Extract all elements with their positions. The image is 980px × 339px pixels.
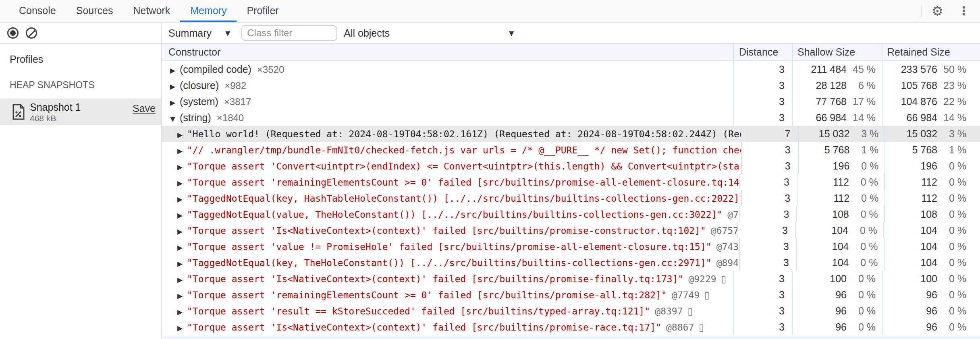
- distance-cell: 3: [734, 61, 793, 77]
- object-scope-value: All objects: [344, 27, 390, 39]
- constructor-cell[interactable]: ▶(closure)×982: [162, 77, 734, 93]
- retained-size-value: 112: [885, 174, 937, 190]
- shallow-size-cell: 1040 %: [797, 254, 885, 271]
- constructor-cell[interactable]: ▶"Torque assert 'Convert<uintptr>(endInd…: [162, 158, 742, 174]
- object-scope-select[interactable]: All objects ▼: [344, 27, 514, 39]
- settings-gear-icon[interactable]: ⚙: [931, 4, 943, 18]
- heap-grid-row[interactable]: ▶"Torque assert 'remainingElementsCount …: [162, 174, 980, 190]
- save-snapshot-link[interactable]: Save: [133, 103, 156, 114]
- heap-grid-row[interactable]: ▶"Torque assert 'Is<NativeContext>(conte…: [162, 222, 980, 238]
- disclosure-triangle-icon[interactable]: ▶: [177, 191, 187, 206]
- retained-size-percent: 3 %: [937, 126, 966, 142]
- tab-network[interactable]: Network: [123, 0, 180, 22]
- constructor-cell[interactable]: ▶"Hello world! (Requested at: 2024-08-19…: [162, 126, 742, 142]
- retained-size-cell: 1080 %: [885, 206, 980, 222]
- heap-grid-row[interactable]: ▶"Hello world! (Requested at: 2024-08-19…: [162, 126, 980, 142]
- disclosure-triangle-icon[interactable]: ▶: [177, 143, 187, 158]
- shallow-size-value: 108: [797, 206, 849, 222]
- heap-grid-row[interactable]: ▶"TaggedNotEqual(key, HashTableHoleConst…: [162, 190, 980, 206]
- box-glyph-icon: ▯: [704, 290, 710, 300]
- chevron-down-icon: ▼: [509, 29, 514, 37]
- disclosure-triangle-icon[interactable]: ▶: [177, 272, 187, 287]
- more-options-icon[interactable]: ⋮: [958, 5, 970, 17]
- heap-grid-row[interactable]: ▶"Torque assert 'Is<NativeContext>(conte…: [162, 319, 980, 335]
- constructor-name: "TaggedNotEqual(value, TheHoleConstant()…: [187, 209, 723, 220]
- heap-grid-row[interactable]: ▶"TaggedNotEqual(key, TheHoleConstant())…: [162, 254, 980, 271]
- disclosure-triangle-icon[interactable]: ▶: [177, 127, 187, 142]
- perspective-value: Summary: [168, 27, 212, 39]
- disclosure-triangle-icon[interactable]: ▶: [170, 95, 180, 110]
- retained-size-value: 66 984: [882, 110, 937, 126]
- column-header-constructor[interactable]: Constructor: [162, 44, 734, 60]
- snapshot-title: Snapshot 1: [30, 101, 81, 113]
- disclosure-triangle-icon[interactable]: ▶: [177, 223, 187, 238]
- heap-grid-row[interactable]: ▶(closure)×982 3 28 1286 % 105 76823 %: [162, 77, 980, 93]
- heap-grid-row[interactable]: ▶(system)×3817 3 77 76817 % 104 87622 %: [162, 93, 980, 110]
- shallow-size-cell: 1120 %: [798, 190, 885, 206]
- shallow-size-value: 66 984: [793, 110, 847, 126]
- heap-grid-row[interactable]: ▶(compiled code)×3520 3 211 48445 % 233 …: [162, 61, 980, 77]
- retained-size-percent: 0 %: [937, 319, 966, 335]
- disclosure-triangle-icon[interactable]: ▶: [177, 288, 187, 303]
- heap-grid-row[interactable]: ▶"Torque assert 'value != PromiseHole' f…: [162, 238, 980, 254]
- object-id: @8945: [716, 258, 740, 268]
- snapshot-list-item[interactable]: Snapshot 1 468 kB Save: [0, 99, 161, 125]
- tab-profiler[interactable]: Profiler: [237, 0, 289, 22]
- constructor-name: "Torque assert 'Convert<uintptr>(endInde…: [187, 161, 742, 172]
- class-filter-input[interactable]: [241, 25, 337, 41]
- constructor-name: "Torque assert 'value != PromiseHole' fa…: [187, 242, 712, 252]
- disclosure-triangle-icon[interactable]: ▼: [170, 111, 180, 126]
- retained-size-cell: 104 87622 %: [882, 93, 980, 110]
- constructor-cell[interactable]: ▶"Torque assert 'value != PromiseHole' f…: [162, 238, 740, 254]
- heap-grid-row[interactable]: ▶"Torque assert 'Is<NativeContext>(conte…: [162, 271, 980, 287]
- constructor-cell[interactable]: ▶(compiled code)×3520: [162, 61, 734, 77]
- snapshot-size: 468 kB: [30, 114, 56, 123]
- constructor-name: (closure): [180, 80, 219, 91]
- disclosure-triangle-icon[interactable]: ▶: [170, 79, 180, 93]
- shallow-size-value: 100: [793, 271, 847, 287]
- disclosure-triangle-icon[interactable]: ▶: [177, 175, 187, 190]
- shallow-size-percent: 0 %: [847, 319, 876, 335]
- shallow-size-percent: 0 %: [849, 174, 878, 190]
- constructor-cell[interactable]: ▶"TaggedNotEqual(key, HashTableHoleConst…: [162, 190, 742, 206]
- disclosure-triangle-icon[interactable]: ▶: [177, 256, 187, 271]
- retained-size-value: 5 768: [885, 142, 937, 158]
- disclosure-triangle-icon[interactable]: ▶: [177, 320, 187, 335]
- constructor-cell[interactable]: ▶"Torque assert 'Is<NativeContext>(conte…: [162, 271, 734, 287]
- constructor-cell[interactable]: ▶"TaggedNotEqual(key, TheHoleConstant())…: [162, 254, 740, 271]
- tab-memory[interactable]: Memory: [180, 0, 237, 22]
- constructor-cell[interactable]: ▶"Torque assert 'remainingElementsCount …: [162, 287, 734, 303]
- constructor-cell[interactable]: ▶(system)×3817: [162, 93, 734, 110]
- constructor-cell[interactable]: ▶"Torque assert 'remainingElementsCount …: [162, 174, 740, 190]
- constructor-cell[interactable]: ▶"Torque assert 'Is<NativeContext>(conte…: [162, 222, 738, 238]
- heap-grid-row[interactable]: ▶"Torque assert 'result == kStoreSuccede…: [162, 303, 980, 319]
- disclosure-triangle-icon[interactable]: ▶: [170, 62, 180, 77]
- constructor-cell[interactable]: ▶"TaggedNotEqual(value, TheHoleConstant(…: [162, 206, 740, 222]
- heap-grid-row[interactable]: ▶"Torque assert 'Convert<uintptr>(endInd…: [162, 158, 980, 174]
- constructor-cell[interactable]: ▼(string)×1840: [162, 110, 734, 126]
- column-header-shallow-size[interactable]: Shallow Size: [793, 44, 882, 60]
- heap-grid-row[interactable]: ▶"Torque assert 'remainingElementsCount …: [162, 287, 980, 303]
- tab-console[interactable]: Console: [9, 0, 66, 22]
- heap-grid-row[interactable]: ▶"TaggedNotEqual(value, TheHoleConstant(…: [162, 206, 980, 222]
- perspective-select[interactable]: Summary ▼: [168, 27, 230, 39]
- column-header-distance[interactable]: Distance: [734, 44, 793, 60]
- constructor-cell[interactable]: ▶"// .wrangler/tmp/bundle-FmNIt0/checked…: [162, 142, 742, 158]
- constructor-cell[interactable]: ▶"Torque assert 'Is<NativeContext>(conte…: [162, 319, 734, 335]
- column-header-retained-size[interactable]: Retained Size: [882, 44, 980, 60]
- disclosure-triangle-icon[interactable]: ▶: [177, 304, 187, 319]
- take-snapshot-icon[interactable]: [7, 27, 19, 39]
- retained-size-cell: 960 %: [882, 287, 980, 303]
- shallow-size-percent: 45 %: [847, 61, 876, 77]
- heap-grid-row[interactable]: ▶"// .wrangler/tmp/bundle-FmNIt0/checked…: [162, 142, 980, 158]
- disclosure-triangle-icon[interactable]: ▶: [177, 240, 187, 254]
- snapshot-view-toolbar: Summary ▼ All objects ▼: [162, 23, 980, 44]
- heap-grid-row[interactable]: ▼(string)×1840 3 66 98414 % 66 98414 %: [162, 110, 980, 126]
- clear-profiles-icon[interactable]: [26, 27, 37, 39]
- retained-size-cell: 1040 %: [884, 222, 980, 238]
- disclosure-triangle-icon[interactable]: ▶: [177, 207, 187, 222]
- constructor-name: "Torque assert 'remainingElementsCount >…: [187, 177, 740, 188]
- disclosure-triangle-icon[interactable]: ▶: [177, 159, 187, 174]
- constructor-cell[interactable]: ▶"Torque assert 'result == kStoreSuccede…: [162, 303, 734, 319]
- tab-sources[interactable]: Sources: [66, 0, 123, 22]
